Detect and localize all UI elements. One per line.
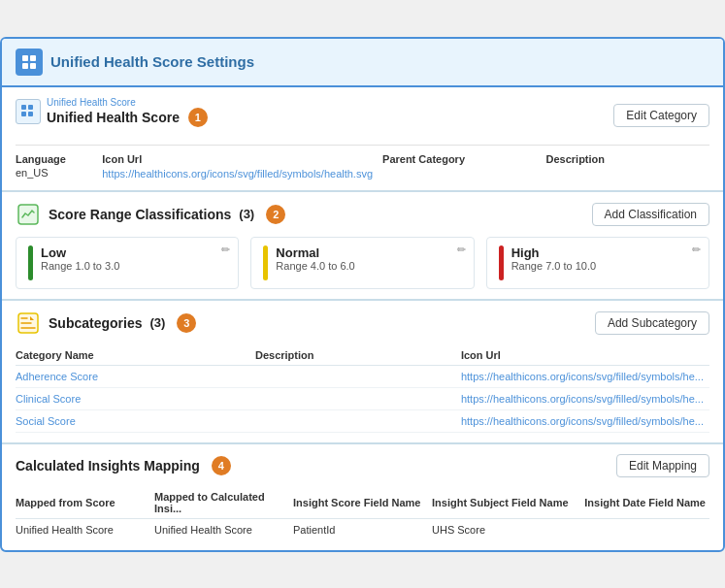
insights-table: Mapped from Score Mapped to Calculated I… (16, 487, 709, 540)
category-name-row: Unified Health Score Unified Health Scor… (16, 97, 208, 127)
description-label: Description (546, 153, 700, 165)
sub-table-row: Adherence Score https://healthicons.org/… (16, 365, 709, 387)
category-name-group: Unified Health Score Unified Health Scor… (47, 97, 208, 127)
sub-col-icon: Icon Url (461, 345, 709, 366)
subcategories-section: Subcategories (3) 3 Add Subcategory Cate… (2, 301, 723, 444)
sub-table-row: Clinical Score https://healthicons.org/i… (16, 387, 709, 409)
subcategories-table: Category Name Description Icon Url Adher… (16, 345, 709, 433)
insights-table-row: Unified Health Score Unified Health Scor… (16, 518, 709, 540)
score-edit-normal[interactable]: ✏ (457, 244, 466, 256)
edit-mapping-button[interactable]: Edit Mapping (616, 454, 709, 477)
subcategories-count: (3) (149, 315, 165, 330)
subcategories-header: Subcategories (3) 3 Add Subcategory (16, 310, 709, 336)
main-container: Unified Health Score Settings Unified He… (0, 37, 725, 552)
sub-row-icon[interactable]: https://healthicons.org/icons/svg/filled… (461, 365, 709, 387)
page-title: Unified Health Score Settings (50, 53, 254, 70)
language-value: en_US (16, 167, 92, 179)
score-card-high: High Range 7.0 to 10.0 ✏ (486, 237, 709, 289)
meta-icon-url: Icon Url https://healthicons.org/icons/s… (102, 153, 382, 180)
insights-row-calc: Unified Health Score (154, 518, 293, 540)
svg-rect-6 (21, 112, 26, 116)
subcategories-title: Subcategories (49, 315, 142, 331)
insights-col-field: Insight Score Field Name (293, 487, 432, 519)
score-range-count: (3) (239, 207, 254, 221)
score-label-high: High (511, 245, 596, 260)
insights-badge: 4 (212, 456, 231, 475)
insights-title: Calculated Insights Mapping (16, 458, 200, 474)
meta-parent: Parent Category (382, 153, 545, 180)
score-range-title: Score Range Classifications (49, 207, 231, 222)
insights-col-calc: Mapped to Calculated Insi... (154, 487, 293, 519)
insights-row-subject: UHS Score (432, 518, 584, 540)
score-range-normal: Range 4.0 to 6.0 (276, 260, 354, 272)
svg-rect-3 (30, 63, 36, 69)
add-subcategory-button[interactable]: Add Subcategory (595, 311, 709, 335)
svg-rect-0 (22, 55, 28, 61)
sub-row-desc (255, 365, 461, 387)
insights-row-mapped: Unified Health Score (16, 518, 154, 540)
score-edit-high[interactable]: ✏ (692, 244, 701, 256)
category-section: Unified Health Score Unified Health Scor… (2, 87, 723, 192)
category-meta: Language en_US Icon Url https://healthic… (16, 145, 709, 180)
subcategories-badge: 3 (177, 313, 196, 333)
parent-label: Parent Category (382, 153, 536, 165)
insights-header: Calculated Insights Mapping 4 Edit Mappi… (16, 454, 709, 477)
sub-table-row: Social Score https://healthicons.org/ico… (16, 409, 709, 432)
sub-row-icon[interactable]: https://healthicons.org/icons/svg/filled… (461, 409, 709, 432)
category-name: Unified Health Score (47, 110, 180, 125)
language-label: Language (16, 153, 92, 165)
icon-url-label: Icon Url (102, 153, 373, 165)
score-range-icon (16, 202, 41, 227)
page-header: Unified Health Score Settings (2, 39, 723, 87)
sub-row-desc (255, 409, 461, 432)
insights-title-group: Calculated Insights Mapping 4 (16, 456, 231, 475)
header-icon (16, 49, 43, 76)
insights-row-date (584, 518, 709, 540)
score-edit-low[interactable]: ✏ (221, 244, 230, 256)
icon-url-value[interactable]: https://healthicons.org/icons/svg/filled… (102, 168, 373, 180)
insights-section: Calculated Insights Mapping 4 Edit Mappi… (2, 444, 723, 550)
sub-row-icon[interactable]: https://healthicons.org/icons/svg/filled… (461, 387, 709, 409)
category-badge: 1 (188, 108, 208, 127)
svg-rect-7 (28, 112, 33, 116)
score-card-normal: Normal Range 4.0 to 6.0 ✏ (250, 237, 474, 289)
score-range-header: Score Range Classifications (3) 2 Add Cl… (16, 202, 709, 227)
score-bar-high (499, 245, 504, 280)
svg-rect-4 (21, 105, 26, 110)
category-icon (16, 99, 41, 124)
score-card-low: Low Range 1.0 to 3.0 ✏ (16, 237, 239, 289)
score-range-badge: 2 (266, 205, 285, 224)
score-range-title-group: Score Range Classifications (3) 2 (16, 202, 285, 227)
score-label-low: Low (41, 245, 119, 260)
meta-description: Description (546, 153, 709, 180)
score-label-normal: Normal (276, 245, 354, 260)
svg-rect-2 (22, 63, 28, 69)
add-classification-button[interactable]: Add Classification (592, 203, 709, 226)
sub-row-name[interactable]: Adherence Score (16, 365, 255, 387)
insights-col-mapped: Mapped from Score (16, 487, 154, 519)
sub-row-name[interactable]: Social Score (16, 409, 255, 432)
score-card-normal-content: Normal Range 4.0 to 6.0 (276, 245, 354, 272)
score-bar-low (28, 245, 33, 280)
sub-row-desc (255, 387, 461, 409)
insights-row-field: PatientId (293, 518, 432, 540)
score-range-section: Score Range Classifications (3) 2 Add Cl… (2, 192, 723, 301)
subcategories-title-group: Subcategories (3) 3 (16, 310, 196, 336)
subcategories-icon (16, 310, 41, 336)
score-range-low: Range 1.0 to 3.0 (41, 260, 119, 272)
insights-col-date: Insight Date Field Name (584, 487, 709, 519)
sub-col-name: Category Name (16, 345, 255, 366)
svg-rect-5 (28, 105, 33, 110)
score-bar-normal (263, 245, 268, 280)
score-cards-container: Low Range 1.0 to 3.0 ✏ Normal Range 4.0 … (16, 237, 709, 289)
svg-rect-1 (30, 55, 36, 61)
category-breadcrumb: Unified Health Score (47, 97, 208, 108)
insights-col-subject: Insight Subject Field Name (432, 487, 584, 519)
score-card-low-content: Low Range 1.0 to 3.0 (41, 245, 119, 272)
category-section-header: Unified Health Score Unified Health Scor… (16, 97, 709, 135)
meta-language: Language en_US (16, 153, 102, 180)
score-card-high-content: High Range 7.0 to 10.0 (511, 245, 596, 272)
sub-row-name[interactable]: Clinical Score (16, 387, 255, 409)
edit-category-button[interactable]: Edit Category (613, 104, 709, 127)
score-range-high: Range 7.0 to 10.0 (511, 260, 596, 272)
